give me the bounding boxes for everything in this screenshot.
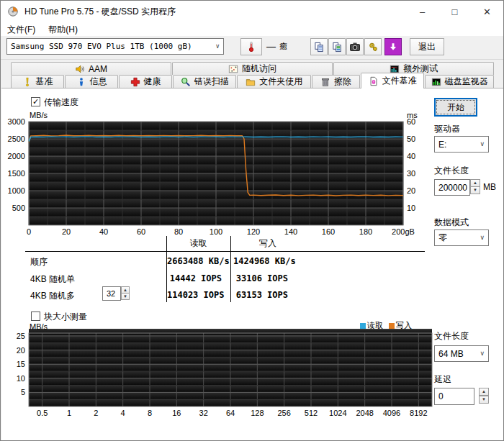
svg-text:64: 64 xyxy=(226,409,235,417)
svg-text:8: 8 xyxy=(148,409,152,417)
transfer-speed-checkbox[interactable]: ✓ xyxy=(31,97,40,106)
menu-bar: 文件(F) 帮助(H) xyxy=(1,22,503,37)
queue-depth-spinner[interactable]: ▲ ▼ xyxy=(121,286,130,300)
copy-image-button[interactable] xyxy=(328,38,346,55)
svg-text:20: 20 xyxy=(407,186,415,195)
svg-text:500: 500 xyxy=(12,204,25,212)
svg-text:32: 32 xyxy=(199,409,208,417)
screenshot-button[interactable] xyxy=(346,38,364,55)
svg-text:25: 25 xyxy=(17,332,25,340)
title-bar: HD Tune Pro 5.75 - 硬盘/SSD 实用程序 – □ ✕ xyxy=(1,1,503,22)
row-sequential-label: 顺序 xyxy=(30,256,48,268)
table-divider xyxy=(230,236,231,302)
svg-text:60: 60 xyxy=(137,227,145,236)
close-button[interactable]: ✕ xyxy=(471,1,503,22)
write-column-header: 写入 xyxy=(230,237,305,250)
file-benchmark-icon xyxy=(369,76,379,86)
tab-folder-usage[interactable]: 文件夹使用 xyxy=(237,75,311,88)
spin-up-icon[interactable]: ▲ xyxy=(479,388,489,396)
svg-text:512: 512 xyxy=(305,409,318,417)
drive-select[interactable]: Samsung SSD 970 EVO Plus 1TB (1000 gB) ∨ xyxy=(6,38,224,55)
spin-down-icon[interactable]: ▼ xyxy=(470,186,480,194)
latency-spinner[interactable]: ▲ ▼ xyxy=(479,388,489,404)
minimize-button[interactable]: – xyxy=(406,1,438,22)
menu-help[interactable]: 帮助(H) xyxy=(42,22,84,36)
svg-text:2: 2 xyxy=(94,409,98,417)
save-results-button[interactable] xyxy=(384,38,402,55)
sequential-read-value: 2663488 KB/s xyxy=(167,256,225,266)
magnifier-icon xyxy=(181,77,191,87)
svg-text:120: 120 xyxy=(247,227,260,236)
tab-error-scan[interactable]: 错误扫描 xyxy=(173,75,236,88)
svg-text:MB/s: MB/s xyxy=(30,322,48,331)
file-length-label: 文件长度 xyxy=(434,165,469,177)
tab-benchmark[interactable]: 基准 xyxy=(11,75,64,88)
file-length-spinner[interactable]: ▲ ▼ xyxy=(470,179,480,194)
svg-text:0.5: 0.5 xyxy=(37,409,48,417)
read-column-header: 读取 xyxy=(166,237,230,250)
svg-text:8192: 8192 xyxy=(410,409,427,417)
drive-label: 驱动器 xyxy=(434,123,460,135)
svg-text:200gB: 200gB xyxy=(392,227,415,236)
data-pattern-dropdown[interactable]: 零 ∨ xyxy=(434,229,489,246)
copy-image-icon xyxy=(332,42,343,53)
temperature-readout: — 癒 xyxy=(266,41,287,52)
exit-button[interactable]: 退出 xyxy=(410,38,444,55)
maximize-button[interactable]: □ xyxy=(438,1,471,22)
svg-text:15: 15 xyxy=(17,360,25,368)
block-size-checkbox[interactable] xyxy=(31,312,40,321)
spin-down-icon[interactable]: ▼ xyxy=(121,293,130,300)
speaker-icon xyxy=(75,64,85,74)
tab-random-access[interactable]: 随机访问 xyxy=(172,62,333,75)
tab-erase[interactable]: 擦除 xyxy=(312,75,360,88)
thermometer-icon xyxy=(246,40,256,53)
svg-text:0: 0 xyxy=(27,227,31,236)
file-length-input[interactable]: 200000 xyxy=(434,179,470,196)
temperature-button[interactable] xyxy=(240,38,262,55)
random-multi-read-value: 114023 IOPS xyxy=(167,290,222,300)
start-button[interactable]: 开始 xyxy=(434,98,477,117)
svg-text:3000: 3000 xyxy=(8,117,25,126)
tab-aam[interactable]: AAM xyxy=(11,62,171,75)
svg-text:100: 100 xyxy=(210,227,222,236)
copy-text-button[interactable] xyxy=(310,38,328,55)
tab-disk-monitor[interactable]: 磁盘监视器 xyxy=(425,75,494,88)
svg-text:140: 140 xyxy=(284,227,297,236)
data-pattern-label: 数据模式 xyxy=(434,217,469,229)
svg-text:10: 10 xyxy=(407,204,415,212)
file-length2-dropdown[interactable]: 64 MB ∨ xyxy=(434,345,489,362)
svg-text:256: 256 xyxy=(277,409,290,417)
tab-info[interactable]: 信息 xyxy=(65,75,118,88)
trash-icon xyxy=(320,77,330,87)
options-button[interactable] xyxy=(364,38,382,55)
window-title: HD Tune Pro 5.75 - 硬盘/SSD 实用程序 xyxy=(24,6,176,18)
queue-depth-input[interactable]: 32 xyxy=(102,286,121,301)
svg-text:2048: 2048 xyxy=(356,409,373,417)
camera-icon xyxy=(349,42,361,52)
svg-text:10: 10 xyxy=(17,374,25,383)
svg-text:50: 50 xyxy=(407,135,415,143)
svg-text:20: 20 xyxy=(17,346,25,355)
latency-label: 延迟 xyxy=(434,373,451,386)
tab-health[interactable]: 健康 xyxy=(119,75,172,88)
copy-icon xyxy=(314,42,325,53)
svg-text:1: 1 xyxy=(67,409,71,417)
svg-text:80: 80 xyxy=(174,227,183,236)
tab-file-benchmark[interactable]: 文件基准 xyxy=(361,73,424,88)
transfer-speed-label: 传输速度 xyxy=(44,96,78,109)
svg-text:1500: 1500 xyxy=(8,169,25,178)
block-size-chart: 0.512481632641282565121024204840968192MB… xyxy=(7,322,439,420)
menu-file[interactable]: 文件(F) xyxy=(1,22,42,36)
spin-down-icon[interactable]: ▼ xyxy=(479,396,489,404)
svg-text:40: 40 xyxy=(407,152,415,160)
latency-input[interactable]: 0 xyxy=(434,388,474,405)
down-arrow-icon xyxy=(388,42,398,52)
drive-dropdown[interactable]: E: ∨ xyxy=(434,136,489,153)
disk-monitor-icon xyxy=(431,77,441,87)
svg-text:30: 30 xyxy=(407,169,415,178)
svg-text:160: 160 xyxy=(322,227,335,236)
scatter-icon xyxy=(228,64,238,74)
svg-text:128: 128 xyxy=(251,409,264,417)
svg-text:2500: 2500 xyxy=(8,135,25,143)
table-divider xyxy=(25,251,425,252)
